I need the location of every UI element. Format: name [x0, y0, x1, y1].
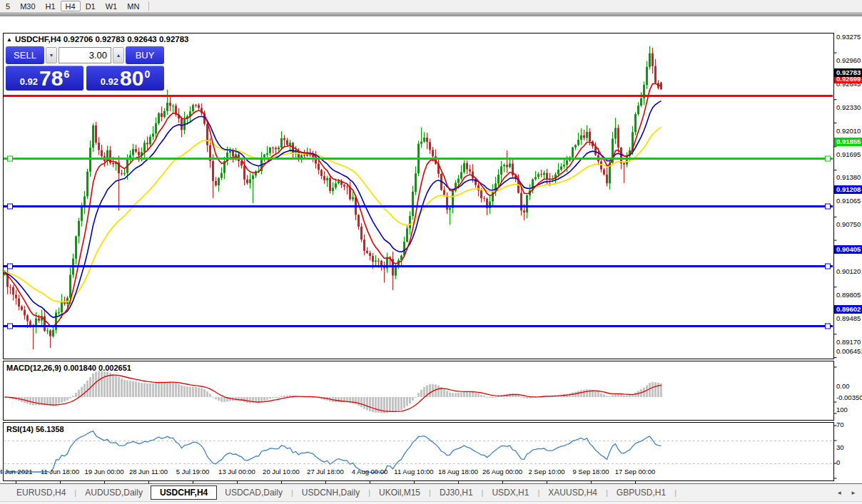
- sell-price-main: 78: [39, 68, 63, 89]
- macd-tick-label: 0.006451: [836, 347, 862, 355]
- rsi-tick-label: 100: [836, 406, 848, 413]
- time-axis-label: 19 Jun 00:00: [85, 468, 124, 475]
- price-tick-label: 0.89805: [836, 291, 862, 299]
- tab-separator: |: [368, 488, 370, 497]
- time-axis-label: 18 Aug 18:00: [438, 468, 478, 475]
- time-axis-label: 5 Jul 19:00: [176, 468, 209, 475]
- price-tick-label: 0.91380: [836, 173, 862, 181]
- time-axis-label: 9 Sep 18:00: [572, 468, 609, 475]
- rsi-indicator-label: RSI(14) 56.1358: [6, 425, 64, 433]
- tab-separator: |: [674, 488, 676, 497]
- tabs-scroll-right-icon[interactable]: ►: [851, 490, 856, 496]
- tab-usdchf-h4[interactable]: USDCHF,H4: [151, 485, 217, 500]
- tab-gbpusd-h1[interactable]: GBPUSD,H1: [609, 485, 674, 500]
- buy-price-prefix: 0.92: [101, 76, 118, 87]
- sell-button[interactable]: SELL: [6, 46, 44, 64]
- tf-button-d1[interactable]: D1: [81, 1, 101, 11]
- price-tick-label: 0.89485: [836, 314, 862, 322]
- time-axis-label: 17 Sep 00:00: [615, 468, 656, 475]
- macd-tick-label: -0.003507: [836, 394, 862, 401]
- tf-button-mn[interactable]: MN: [122, 1, 144, 11]
- tab-separator: |: [606, 488, 608, 497]
- rsi-tick-label: 70: [836, 421, 844, 428]
- tab-audusd-daily[interactable]: AUDUSD,Daily: [77, 485, 151, 500]
- tf-button-h4[interactable]: H4: [61, 1, 81, 11]
- timeframe-toolbar: 5M30H1H4D1W1MN: [0, 0, 862, 12]
- tab-usdx-h1[interactable]: USDX,H1: [484, 485, 537, 500]
- volume-decrease-button[interactable]: ▼: [46, 47, 57, 63]
- time-axis-label: 20 Jul 10:00: [263, 468, 300, 475]
- macd-indicator-label: MACD(12,26,9) 0.001840 0.002651: [6, 364, 131, 372]
- time-axis-label: 27 Jul 18:00: [307, 468, 344, 475]
- rsi-tick-label: 0: [836, 458, 840, 466]
- time-axis-label: 28 Jun 11:00: [129, 468, 168, 475]
- price-level-box: 0.90405: [834, 245, 862, 254]
- price-tick-label: 0.92960: [836, 56, 862, 64]
- tf-button-5[interactable]: 5: [1, 1, 15, 11]
- price-tick-label: 0.92330: [836, 103, 862, 111]
- time-axis-label: 4 Aug 00:00: [352, 468, 388, 475]
- tf-button-m30[interactable]: M30: [15, 1, 40, 11]
- time-axis-label: 4 Jun 2021: [0, 468, 33, 475]
- chart-area[interactable]: ▲USDCHF,H4 0.92706 0.92783 0.92643 0.927…: [0, 16, 862, 483]
- buy-button[interactable]: BUY: [126, 46, 164, 64]
- buy-price-main: 80: [120, 68, 143, 89]
- tab-separator: |: [74, 488, 76, 497]
- tab-separator: |: [291, 488, 293, 497]
- chevron-down-icon: ▼: [49, 53, 54, 58]
- time-axis-label: 13 Jul 00:00: [218, 468, 255, 475]
- buy-price-pip: 0: [144, 68, 150, 80]
- volume-increase-button[interactable]: ▲: [113, 47, 124, 63]
- tab-dj30-h1[interactable]: DJ30,H1: [432, 485, 481, 500]
- tab-separator: |: [537, 488, 539, 497]
- tab-separator: |: [482, 488, 484, 497]
- price-level-box: 0.92783: [834, 68, 862, 77]
- time-axis-label: 26 Aug 00:00: [482, 468, 522, 475]
- time-axis-label: 2 Sep 10:00: [528, 468, 564, 475]
- price-tick-label: 0.93275: [836, 33, 862, 41]
- one-click-trading-panel: SELL ▼ 3.00 ▲ BUY 0.92 78 6 0.92 80: [6, 46, 164, 91]
- price-tick-label: 0.91065: [836, 197, 862, 205]
- time-axis-label: 11 Aug 10:00: [394, 468, 433, 475]
- status-strip: [0, 501, 862, 504]
- chart-title: ▲USDCHF,H4 0.92706 0.92783 0.92643 0.927…: [6, 35, 189, 43]
- macd-tick-label: 0.00: [836, 382, 850, 390]
- tf-button-w1[interactable]: W1: [101, 1, 123, 11]
- buy-price-display[interactable]: 0.92 80 0: [86, 66, 164, 91]
- price-tick-label: 0.91695: [836, 150, 862, 158]
- tab-eurusd-h4[interactable]: EURUSD,H4: [9, 485, 73, 500]
- window-expand-icon: ▲: [6, 36, 12, 43]
- price-level-box: 0.91855: [834, 138, 862, 146]
- price-tick-label: 0.89170: [836, 338, 862, 346]
- tab-usdcad-daily[interactable]: USDCAD,Daily: [217, 485, 290, 500]
- volume-input[interactable]: 3.00: [59, 47, 111, 63]
- time-axis-label: 11 Jun 18:00: [41, 468, 79, 475]
- price-tick-label: 0.90750: [836, 220, 862, 228]
- chevron-up-icon: ▲: [116, 53, 121, 58]
- rsi-tick-label: 30: [836, 443, 844, 451]
- tab-xauusd-h4[interactable]: XAUUSD,H4: [540, 485, 605, 500]
- chart-title-text: USDCHF,H4 0.92706 0.92783 0.92643 0.9278…: [15, 35, 189, 43]
- price-tick-label: 0.92010: [836, 127, 862, 135]
- tab-separator: |: [429, 488, 431, 497]
- sell-price-display[interactable]: 0.92 78 6: [6, 66, 83, 91]
- sell-price-prefix: 0.92: [20, 76, 38, 87]
- price-level-box: 0.91208: [834, 185, 862, 194]
- price-level-box: 0.89602: [834, 305, 862, 314]
- tf-button-h1[interactable]: H1: [41, 1, 61, 11]
- toolbar-separator: [148, 1, 149, 11]
- tab-ukoil-m15[interactable]: UKOil,M15: [371, 485, 428, 500]
- sell-price-pip: 6: [64, 68, 69, 80]
- price-tick-label: 0.90120: [836, 267, 862, 275]
- tabs-scroll-left-icon[interactable]: ◄: [836, 490, 842, 496]
- mt4-window: 5M30H1H4D1W1MN ▲USDCHF,H4 0.92706 0.9278…: [0, 0, 862, 504]
- chart-tabs-bar: EURUSD,H4|AUDUSD,DailyUSDCHF,H4USDCAD,Da…: [0, 483, 862, 501]
- tab-usdcnh-daily[interactable]: USDCNH,Daily: [294, 485, 367, 500]
